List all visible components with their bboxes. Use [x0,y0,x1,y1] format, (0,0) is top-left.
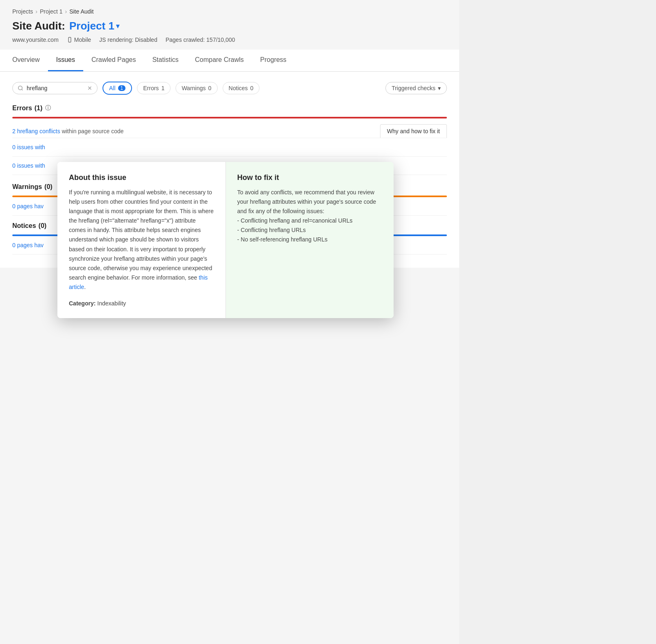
site-url: www.yoursite.com [12,36,59,43]
issue-detail-popup: About this issue If you're running a mul… [57,162,394,318]
project-name-dropdown[interactable]: Project 1 ▾ [69,20,119,32]
search-clear-button[interactable]: ✕ [87,85,92,91]
chevron-down-icon: ▾ [116,22,119,30]
device-label: Mobile [74,36,91,43]
filter-all-count: 1 [118,85,126,91]
filter-warnings-label: Warnings [182,85,206,91]
device-info: Mobile [67,36,91,43]
popup-about-text-period: . [84,284,86,290]
error-issue-row-2: 0 issues with [12,138,447,157]
search-box[interactable]: ✕ [12,82,98,94]
notice-issue-1-link[interactable]: 0 pages hav [12,242,43,248]
filter-all-label: All [109,85,116,91]
breadcrumb-sep-2: › [65,8,67,15]
project-name-text: Project 1 [69,20,114,32]
filter-all-button[interactable]: All 1 [102,82,132,95]
errors-header-row: Errors (1) ⓘ [12,105,447,115]
triggered-checks-button[interactable]: Triggered checks ▾ [385,82,447,94]
errors-label: Errors [12,105,32,112]
search-input[interactable] [27,85,84,91]
error-issue-row-1: 2 hreflang conflicts within page source … [12,118,447,138]
category-value: Indexability [97,300,126,307]
filter-notices-label: Notices [229,85,248,91]
page-title-label: Site Audit: [12,20,65,32]
tab-crawled-pages[interactable]: Crawled Pages [83,50,144,71]
tab-progress[interactable]: Progress [252,50,295,71]
error-issue-2-link[interactable]: 0 issues with [12,144,45,150]
pages-crawled: Pages crawled: 157/10,000 [166,36,235,43]
popup-about-heading: About this issue [69,173,214,182]
tab-issues[interactable]: Issues [48,50,83,71]
warnings-label: Warnings [12,183,42,191]
hreflang-conflicts-link[interactable]: 2 hreflang conflicts [12,128,60,134]
filter-warnings-count: 0 [208,85,212,91]
triggered-checks-chevron: ▾ [438,85,441,91]
popup-how-to-fix-section: How to fix it To avoid any conflicts, we… [226,162,394,318]
errors-info-icon[interactable]: ⓘ [45,105,51,112]
popup-about-section: About this issue If you're running a mul… [57,162,226,318]
notices-label: Notices [12,222,36,230]
breadcrumb-current: Site Audit [69,8,93,15]
breadcrumb-projects[interactable]: Projects [12,8,33,15]
filter-notices-count: 0 [250,85,253,91]
filter-errors-count: 1 [161,85,164,91]
popup-about-text-content: If you're running a multilingual website… [69,189,214,281]
warning-issue-1-link[interactable]: 0 pages hav [12,203,43,209]
triggered-checks-label: Triggered checks [392,85,435,91]
errors-section-header: Errors (1) ⓘ [12,105,51,112]
category-label: Category: [69,300,96,307]
filter-row: ✕ All 1 Errors 1 Warnings 0 Notices 0 Tr… [12,82,447,95]
breadcrumb-project1[interactable]: Project 1 [40,8,62,15]
mobile-icon [67,37,73,43]
nav-tabs: Overview Issues Crawled Pages Statistics… [0,50,459,72]
breadcrumb: Projects › Project 1 › Site Audit [0,0,459,18]
warnings-count: (0) [44,183,52,191]
filter-errors-label: Errors [143,85,159,91]
breadcrumb-sep-1: › [36,8,38,15]
filter-notices-button[interactable]: Notices 0 [223,82,260,94]
notices-count: (0) [39,222,47,230]
popup-about-text: If you're running a multilingual website… [69,188,214,292]
tab-statistics[interactable]: Statistics [144,50,187,71]
notices-section-header: Notices (0) [12,222,46,230]
tab-compare-crawls[interactable]: Compare Crawls [187,50,252,71]
svg-rect-0 [68,37,71,42]
popup-how-text: To avoid any conflicts, we recommend tha… [237,188,383,245]
errors-count: (1) [34,105,43,112]
filter-warnings-button[interactable]: Warnings 0 [175,82,217,94]
popup-how-heading: How to fix it [237,173,383,182]
page-title-row: Site Audit: Project 1 ▾ [0,18,459,35]
error-issue-3-link[interactable]: 0 issues with [12,162,45,169]
search-icon [18,85,23,91]
warnings-section-header: Warnings (0) [12,183,52,191]
tab-overview[interactable]: Overview [12,50,48,71]
main-content: ✕ All 1 Errors 1 Warnings 0 Notices 0 Tr… [0,72,459,268]
filter-errors-button[interactable]: Errors 1 [137,82,171,94]
svg-line-3 [22,89,23,91]
why-and-how-tab[interactable]: Why and how to fix it [380,124,447,138]
js-rendering: JS rendering: Disabled [99,36,157,43]
svg-point-2 [18,86,22,90]
site-info-row: www.yoursite.com Mobile JS rendering: Di… [0,35,459,50]
hreflang-conflicts-text: within page source code [62,128,124,134]
popup-category: Category: Indexability [69,300,214,307]
